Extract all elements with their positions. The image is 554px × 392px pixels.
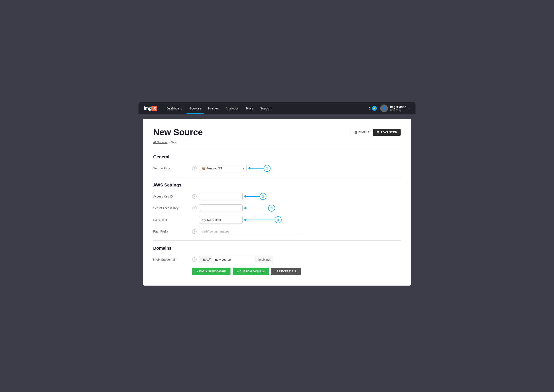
s3-bucket-field-group: 4: [199, 216, 281, 224]
access-key-help-icon[interactable]: ?: [192, 194, 196, 199]
breadcrumb: All Sources › New: [153, 141, 401, 144]
divider-2: [153, 177, 401, 177]
secret-key-row: Secret Access Key ? 3: [153, 204, 401, 212]
connector-dash-2: [246, 196, 259, 197]
source-type-row: Source Type ? 📦 Amazon S3 Web Folder Web…: [153, 165, 401, 172]
source-type-select-wrap: 📦 Amazon S3 Web Folder Web Proxy Google …: [199, 165, 247, 172]
subdomain-input[interactable]: [213, 256, 255, 263]
navbar: imgIX Dashboard Sources Images Analytics…: [139, 102, 415, 114]
aws-section-title: AWS Settings: [153, 182, 401, 188]
lightning-icon: ⚡: [372, 106, 377, 111]
simple-view-button[interactable]: ▦ SIMPLE: [351, 129, 373, 136]
nav-right: 1 ⚡ 👤 imgix User Company ▼: [369, 105, 410, 112]
chevron-down-icon: ▼: [408, 107, 410, 110]
connector-dash-1: [251, 168, 264, 168]
secret-key-input[interactable]: [199, 204, 243, 212]
source-type-select[interactable]: 📦 Amazon S3 Web Folder Web Proxy Google …: [199, 165, 247, 172]
custom-domain-button[interactable]: + CUSTOM DOMAIN: [233, 268, 269, 275]
s3-bucket-label: S3 Bucket: [153, 218, 192, 222]
revert-all-button[interactable]: ↺ REVERT ALL: [271, 268, 301, 275]
step-4-badge: 4: [275, 216, 281, 223]
secret-key-help-icon[interactable]: ?: [192, 206, 196, 210]
path-prefix-control: [199, 228, 303, 235]
advanced-icon: ⊞: [377, 131, 379, 134]
secret-key-field-group: 3: [199, 204, 275, 212]
s3-bucket-row: S3 Bucket 4: [153, 216, 401, 224]
notification-badge[interactable]: 1 ⚡: [369, 106, 377, 111]
nav-sources[interactable]: Sources: [187, 103, 204, 114]
access-key-input[interactable]: [199, 193, 243, 200]
s3-bucket-input[interactable]: [199, 216, 243, 224]
nav-images[interactable]: Images: [205, 103, 221, 114]
nav-tools[interactable]: Tools: [243, 103, 256, 114]
secret-key-control: [199, 204, 243, 212]
access-key-field-group: 2: [199, 193, 266, 200]
breadcrumb-separator: ›: [169, 141, 170, 144]
aws-section: AWS Settings Access Key ID ? 2: [153, 182, 401, 235]
nav-analytics[interactable]: Analytics: [223, 103, 241, 114]
connector-dot-3: [244, 207, 246, 209]
step-3-badge: 3: [268, 205, 275, 212]
breadcrumb-parent-link[interactable]: All Sources: [153, 141, 168, 144]
domains-section-title: Domains: [153, 246, 401, 251]
view-toggle: ▦ SIMPLE ⊞ ADVANCED: [351, 129, 401, 136]
access-key-label: Access Key ID: [153, 195, 192, 198]
subdomain-help-icon[interactable]: ?: [192, 258, 196, 262]
user-menu[interactable]: 👤 imgix User Company ▼: [380, 105, 410, 112]
action-buttons: + IMGIX SUBDOMAIN + CUSTOM DOMAIN ↺ REVE…: [192, 268, 401, 275]
app-wrapper: imgIX Dashboard Sources Images Analytics…: [139, 102, 415, 290]
subdomain-prefix: https://: [199, 256, 213, 263]
source-type-label: Source Type: [153, 167, 192, 170]
simple-icon: ▦: [354, 131, 357, 134]
path-prefix-help-icon[interactable]: ?: [192, 229, 196, 234]
secret-key-label: Secret Access Key: [153, 206, 192, 210]
user-info: imgix User Company: [390, 105, 406, 112]
s3-bucket-control: [199, 216, 243, 224]
step-2-badge: 2: [259, 193, 266, 200]
path-prefix-row: Path Prefix ?: [153, 228, 401, 235]
nav-support[interactable]: Support: [258, 103, 274, 114]
access-key-control: [199, 193, 243, 200]
imgix-subdomain-button[interactable]: + IMGIX SUBDOMAIN: [192, 268, 231, 275]
connector-3: 3: [244, 205, 275, 212]
connector-dash-4: [246, 220, 275, 220]
logo[interactable]: imgIX: [144, 105, 157, 111]
connector-4: 4: [244, 216, 281, 223]
avatar: 👤: [380, 105, 388, 112]
advanced-view-button[interactable]: ⊞ ADVANCED: [373, 129, 400, 136]
breadcrumb-current: New: [171, 141, 177, 144]
general-section-title: General: [153, 154, 401, 160]
subdomain-row: imgix Subdomain ? https:// .imgix.net: [153, 256, 401, 263]
subdomain-label: imgix Subdomain: [153, 258, 192, 261]
connector-dash-3: [246, 208, 268, 208]
nav-dashboard[interactable]: Dashboard: [164, 103, 185, 114]
domains-section: Domains imgix Subdomain ? https:// .imgi…: [153, 246, 401, 275]
connector-dot-1: [248, 167, 251, 169]
connector-1: 1: [248, 165, 271, 172]
access-key-row: Access Key ID ? 2: [153, 193, 401, 200]
connector-dot-4: [244, 219, 246, 221]
step-1-badge: 1: [264, 165, 271, 172]
path-prefix-label: Path Prefix: [153, 230, 192, 233]
general-section: General Source Type ? 📦 Amazon S3 Web Fo…: [153, 154, 401, 172]
connector-dot-2: [244, 195, 246, 197]
main-content: New Source ▦ SIMPLE ⊞ ADVANCED All Sourc…: [143, 119, 411, 286]
nav-links: Dashboard Sources Images Analytics Tools…: [164, 103, 369, 114]
path-prefix-input[interactable]: [199, 228, 303, 235]
source-type-help-icon[interactable]: ?: [192, 166, 196, 170]
logo-text: imgIX: [144, 105, 157, 111]
connector-2: 2: [244, 193, 266, 200]
divider-3: [153, 240, 401, 241]
source-type-field-group: 📦 Amazon S3 Web Folder Web Proxy Google …: [199, 165, 271, 172]
page-title: New Source: [153, 127, 203, 137]
subdomain-wrap: https:// .imgix.net: [199, 256, 273, 263]
subdomain-suffix: .imgix.net: [255, 256, 273, 263]
page-header: New Source ▦ SIMPLE ⊞ ADVANCED: [153, 127, 401, 137]
